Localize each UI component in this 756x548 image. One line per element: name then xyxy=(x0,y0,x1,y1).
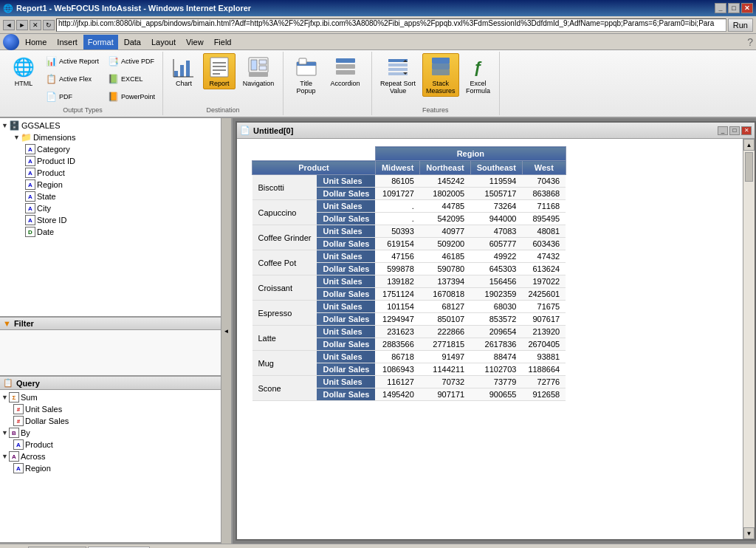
maximize-button[interactable]: □ xyxy=(728,3,740,13)
address-input[interactable]: http://jfxp.ibi.com:8080/ibi_apps/bindow… xyxy=(56,18,726,32)
value-cell: 1505717 xyxy=(470,188,522,200)
tree-root-ggsales[interactable]: ▼ 🗄️ GGSALES xyxy=(1,120,230,131)
small-btns-col2: 📑 Active PDF 📗 EXCEL 📙 PowerPoint xyxy=(103,53,158,105)
doc-titlebar: 📄 Untitled[0] _ □ ✕ xyxy=(237,123,755,139)
left-panel: ◄ ▼ 🗄️ GGSALES ▼ 📁 Dimensions xyxy=(0,118,233,544)
dimensions-expand-icon[interactable]: ▼ xyxy=(13,134,20,141)
tree-item-product[interactable]: A Product xyxy=(1,167,230,179)
expand-icon[interactable]: ▼ xyxy=(1,122,8,129)
tree-item-date[interactable]: D Date xyxy=(1,226,230,238)
menu-view[interactable]: View xyxy=(182,35,208,49)
value-cell: 91497 xyxy=(420,351,470,363)
excel-formula-button[interactable]: ƒ ExcelFormula xyxy=(462,53,495,97)
num-icon: # xyxy=(13,416,24,426)
query-by[interactable]: ▼ B By xyxy=(1,427,230,439)
value-cell: 156456 xyxy=(470,275,522,288)
query-across[interactable]: ▼ A Across xyxy=(1,451,230,462)
help-button[interactable]: ? xyxy=(747,36,753,48)
doc-minimize[interactable]: _ xyxy=(718,126,728,135)
doc-close[interactable]: ✕ xyxy=(741,126,752,135)
measure-label-cell: Dollar Sales xyxy=(317,213,375,225)
back-button[interactable]: ◄ xyxy=(3,20,15,30)
status-bar: Done ▶ Interactive 📄 Untitled[0] 🌐 HTML … xyxy=(0,544,756,548)
refresh-button[interactable]: ↻ xyxy=(43,20,55,30)
tree-root-label: GGSALES xyxy=(21,121,61,130)
active-pdf-button[interactable]: 📑 Active PDF xyxy=(103,53,158,69)
menu-insert[interactable]: Insert xyxy=(52,35,82,49)
left-panel-collapse[interactable]: ◄ xyxy=(221,118,231,544)
column-header-row: Product Midwest Northeast Southeast West xyxy=(252,161,566,175)
doc-scrollbar[interactable]: ▲ ▼ xyxy=(743,139,755,539)
value-cell: 1495420 xyxy=(375,388,419,401)
query-header: 📋 Query xyxy=(0,377,231,390)
value-cell: 895495 xyxy=(522,213,566,225)
value-cell: 47156 xyxy=(375,250,419,263)
abc-icon: A xyxy=(25,168,35,178)
navigation-label: Navigation xyxy=(243,80,275,87)
address-bar: ◄ ► ✕ ↻ http://jfxp.ibi.com:8080/ibi_app… xyxy=(0,16,756,34)
doc-maximize[interactable]: □ xyxy=(729,126,740,135)
title-popup-button[interactable]: TitlePopup xyxy=(290,53,323,97)
query-by-product[interactable]: A Product xyxy=(1,439,230,451)
ribbon: 🌐 HTML 📊 Active Report 📋 Active Flex 📄 xyxy=(0,50,756,118)
value-cell: 48081 xyxy=(522,225,566,238)
value-cell: 1091727 xyxy=(375,188,419,200)
repeat-sort-button[interactable]: Repeat SortValue xyxy=(377,53,419,97)
value-cell: 613624 xyxy=(522,263,566,275)
query-unit-sales[interactable]: # Unit Sales xyxy=(1,403,230,415)
tree-item-region[interactable]: A Region xyxy=(1,179,230,191)
scroll-up-btn[interactable]: ▲ xyxy=(743,139,755,151)
menu-data[interactable]: Data xyxy=(120,35,145,49)
powerpoint-button[interactable]: 📙 PowerPoint xyxy=(103,89,158,105)
active-flex-button[interactable]: 📋 Active Flex xyxy=(41,71,102,87)
stack-measures-icon xyxy=(429,55,453,79)
tree-item-product-id[interactable]: A Product ID xyxy=(1,155,230,167)
tree-item-city[interactable]: A City xyxy=(1,202,230,214)
minimize-button[interactable]: _ xyxy=(715,3,726,13)
excel-button[interactable]: 📗 EXCEL xyxy=(103,71,158,87)
html-icon: 🌐 xyxy=(12,55,35,79)
chart-button[interactable]: Chart xyxy=(168,53,200,89)
query-sum[interactable]: ▼ Σ Sum xyxy=(1,391,230,403)
run-button[interactable]: Run xyxy=(728,18,753,32)
tree-item-state[interactable]: A State xyxy=(1,191,230,202)
value-cell: 2617836 xyxy=(470,338,522,351)
menu-format[interactable]: Format xyxy=(83,35,118,49)
close-button[interactable]: ✕ xyxy=(741,3,753,13)
abc-icon: A xyxy=(13,439,24,450)
svg-rect-12 xyxy=(251,60,257,70)
active-pdf-label: Active PDF xyxy=(121,58,154,65)
by-expand[interactable]: ▼ xyxy=(1,429,8,436)
accordion-button[interactable]: Accordion xyxy=(326,53,365,89)
ie-logo xyxy=(3,34,19,50)
excel-formula-icon: ƒ xyxy=(467,55,490,79)
tree-item-store-id[interactable]: A Store ID xyxy=(1,214,230,226)
menu-layout[interactable]: Layout xyxy=(147,35,180,49)
menu-field[interactable]: Field xyxy=(210,35,236,49)
navigation-button[interactable]: Navigation xyxy=(238,53,278,89)
active-report-button[interactable]: 📊 Active Report xyxy=(41,53,102,69)
stack-measures-button[interactable]: StackMeasures xyxy=(422,53,459,97)
doc-content[interactable]: Region Product Midwest Northeast Southea… xyxy=(237,139,743,539)
stop-button[interactable]: ✕ xyxy=(30,20,41,30)
tree-item-category[interactable]: A Category xyxy=(1,143,230,155)
forward-button[interactable]: ► xyxy=(16,20,28,30)
report-button[interactable]: Report xyxy=(203,53,236,89)
html-button[interactable]: 🌐 HTML xyxy=(7,53,40,89)
ribbon-group-extras: TitlePopup Accordion xyxy=(284,52,372,115)
query-across-region[interactable]: A Region xyxy=(1,462,230,474)
svg-rect-19 xyxy=(336,64,355,69)
scroll-thumb[interactable] xyxy=(745,152,753,182)
tree-folder-dimensions[interactable]: ▼ 📁 Dimensions xyxy=(1,131,230,143)
menu-home[interactable]: Home xyxy=(21,35,51,49)
ribbon-group-output-types: 🌐 HTML 📊 Active Report 📋 Active Flex 📄 xyxy=(3,52,163,115)
value-cell: 1102703 xyxy=(470,363,522,376)
query-dollar-sales[interactable]: # Dollar Sales xyxy=(1,415,230,427)
across-expand[interactable]: ▼ xyxy=(1,453,8,460)
sum-expand[interactable]: ▼ xyxy=(1,394,8,401)
value-cell: 1294947 xyxy=(375,313,419,326)
scroll-down-btn[interactable]: ▼ xyxy=(743,527,755,539)
pdf-button[interactable]: 📄 PDF xyxy=(41,89,102,105)
value-cell: . xyxy=(375,213,419,225)
region-row: Region xyxy=(252,147,566,161)
